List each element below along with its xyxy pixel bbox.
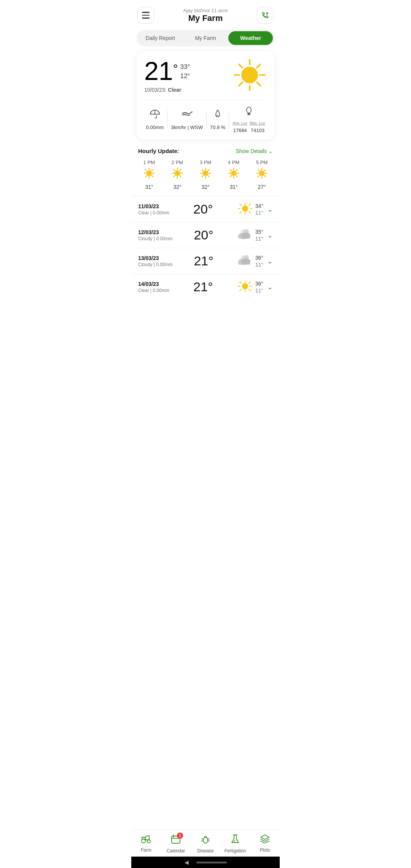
weather-stats: 0.00mm 3km/hr | WSW xyxy=(144,100,267,133)
current-temp: 21 xyxy=(144,58,173,84)
avg-lux-value: 17684 xyxy=(233,128,247,133)
hourly-row: 1 PM 31° 2 PM xyxy=(131,158,280,196)
svg-line-28 xyxy=(174,170,175,171)
rain-stat: 0.00mm xyxy=(146,109,164,130)
header-center: Ajay bishnoi 11 acre My Farm xyxy=(183,8,228,23)
max-lux-value: 74103 xyxy=(251,128,264,133)
svg-line-64 xyxy=(240,204,241,206)
menu-button[interactable] xyxy=(137,7,154,24)
svg-point-50 xyxy=(231,171,236,176)
svg-text:%: % xyxy=(216,114,218,117)
hourly-item: 3 PM 32° xyxy=(200,160,211,190)
sun-icon xyxy=(233,58,267,92)
svg-line-29 xyxy=(180,176,181,177)
hourly-section-header: Hourly Update: Show Details ⌄ xyxy=(131,145,280,158)
svg-line-22 xyxy=(146,176,147,177)
weather-card: 21 ° 33° 12° 10/03/23: Clear xyxy=(137,51,274,139)
forecast-container: 11/03/23 Clear | 0.00mm 20° 34° 11° ⌄ 12… xyxy=(131,196,280,300)
svg-point-41 xyxy=(203,171,208,176)
chevron-down-icon: ⌄ xyxy=(267,283,273,291)
svg-line-55 xyxy=(258,170,260,171)
weather-condition: Clear xyxy=(168,87,181,93)
svg-line-31 xyxy=(174,176,175,177)
humidity-icon: % xyxy=(213,109,223,122)
svg-line-38 xyxy=(208,176,209,177)
wind-icon xyxy=(181,109,193,122)
hourly-item: 4 PM 31° xyxy=(228,160,239,190)
svg-line-90 xyxy=(249,289,250,291)
svg-line-89 xyxy=(240,282,241,283)
forecast-icon xyxy=(237,280,253,294)
divider-1 xyxy=(167,110,167,129)
svg-line-40 xyxy=(202,176,204,177)
umbrella-icon xyxy=(150,109,160,122)
hourly-title: Hourly Update: xyxy=(138,148,179,154)
svg-point-11 xyxy=(247,107,251,113)
svg-line-92 xyxy=(240,289,241,291)
svg-line-65 xyxy=(249,212,250,213)
weather-main: 21 ° 33° 12° 10/03/23: Clear xyxy=(144,58,267,93)
svg-line-6 xyxy=(257,64,260,68)
show-details-button[interactable]: Show Details ⌄ xyxy=(236,148,273,154)
app-header: Ajay bishnoi 11 acre My Farm xyxy=(131,0,280,27)
farm-subtitle: Ajay bishnoi 11 acre xyxy=(183,8,228,13)
hamburger-icon xyxy=(142,12,150,19)
humidity-value: 70.8 % xyxy=(210,124,225,130)
hourly-item: 2 PM 32° xyxy=(172,160,183,190)
svg-line-39 xyxy=(208,170,209,171)
temp-range: 33° 12° xyxy=(180,63,190,80)
tab-my-farm[interactable]: My Farm xyxy=(183,31,228,45)
svg-line-4 xyxy=(239,64,242,68)
svg-point-84 xyxy=(241,258,250,265)
temp-min: 12° xyxy=(180,72,190,80)
svg-line-30 xyxy=(180,170,181,171)
svg-line-58 xyxy=(258,176,260,177)
svg-point-93 xyxy=(242,283,248,289)
svg-line-20 xyxy=(151,176,153,177)
lux-icon xyxy=(244,105,254,119)
svg-line-48 xyxy=(236,170,237,171)
svg-point-8 xyxy=(241,67,258,83)
tab-bar: Daily Report My Farm Weather xyxy=(137,30,274,46)
lux-stat: Avg. Lux Max. Lux 17684 74103 xyxy=(233,105,265,133)
svg-line-7 xyxy=(239,82,242,86)
svg-line-91 xyxy=(249,282,250,283)
chevron-down-icon: ⌄ xyxy=(267,257,273,265)
farm-title: My Farm xyxy=(183,13,228,23)
svg-line-66 xyxy=(249,204,250,206)
chevron-down-icon: ⌄ xyxy=(267,231,273,239)
forecast-row[interactable]: 14/03/23 Clear | 0.00mm 21° 36° 11° ⌄ xyxy=(131,274,280,300)
svg-line-37 xyxy=(202,170,204,171)
divider-2 xyxy=(206,110,207,129)
forecast-row[interactable]: 13/03/23 Cloudy | 0.00mm 21° 36° 11° ⌄ xyxy=(131,248,280,274)
temp-section: 21 ° 33° 12° 10/03/23: Clear xyxy=(144,58,190,93)
tab-weather[interactable]: Weather xyxy=(228,31,273,45)
forecast-row[interactable]: 12/03/23 Cloudy | 0.00mm 20° 35° 11° ⌄ xyxy=(131,222,280,248)
divider-3 xyxy=(229,110,229,129)
svg-line-67 xyxy=(240,212,241,213)
hourly-item: 1 PM 31° xyxy=(143,160,155,190)
max-lux-label: Max. Lux xyxy=(250,121,265,125)
wind-value: 3km/hr | WSW xyxy=(171,124,203,130)
wind-stat: 3km/hr | WSW xyxy=(171,109,203,130)
humidity-stat: % 70.8 % xyxy=(210,109,225,130)
hourly-item: 5 PM 27° xyxy=(256,160,268,190)
svg-point-23 xyxy=(147,171,152,176)
tab-daily-report[interactable]: Daily Report xyxy=(138,31,183,45)
svg-line-46 xyxy=(230,170,232,171)
forecast-left: 11/03/23 Clear | 0.00mm xyxy=(138,203,169,215)
phone-icon xyxy=(261,11,270,20)
forecast-icon xyxy=(235,228,253,243)
svg-line-5 xyxy=(257,82,260,86)
forecast-icon xyxy=(237,202,253,217)
svg-line-21 xyxy=(151,170,153,171)
forecast-row[interactable]: 11/03/23 Clear | 0.00mm 20° 34° 11° ⌄ xyxy=(131,196,280,222)
chevron-down-icon: ⌄ xyxy=(268,148,273,154)
avg-lux-label: Avg. Lux xyxy=(233,121,247,125)
rain-value: 0.00mm xyxy=(146,124,164,130)
svg-point-68 xyxy=(242,206,248,212)
call-button[interactable] xyxy=(257,7,274,24)
svg-point-76 xyxy=(241,233,250,239)
forecast-left: 14/03/23 Clear | 0.00mm xyxy=(138,281,169,293)
svg-line-56 xyxy=(264,176,266,177)
